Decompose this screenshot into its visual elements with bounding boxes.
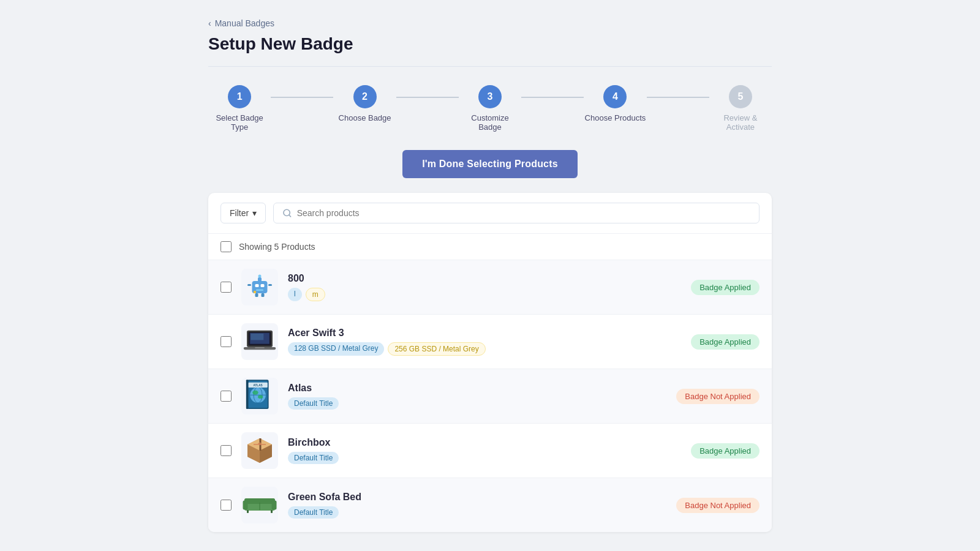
variant-tag: l (288, 288, 302, 301)
step-4-label: Choose Products (585, 113, 646, 122)
product-name-birchbox: Birchbox (288, 437, 681, 448)
svg-rect-3 (255, 284, 259, 287)
badge-status-acer: Badge Applied (691, 334, 760, 350)
product-checkbox-birchbox[interactable] (221, 445, 232, 456)
badge-status-atlas: Badge Not Applied (676, 389, 760, 404)
product-checkbox-sofa[interactable] (221, 500, 232, 511)
svg-rect-9 (268, 284, 272, 286)
svg-point-7 (258, 275, 262, 278)
product-info-atlas: Atlas Default Title (288, 383, 666, 410)
variant-tag: 128 GB SSD / Metal Grey (288, 342, 384, 356)
product-image-sofa (241, 487, 278, 523)
step-4-circle: 4 (603, 85, 627, 108)
svg-rect-8 (247, 284, 251, 286)
variant-tag: 256 GB SSD / Metal Grey (388, 342, 485, 356)
product-info-birchbox: Birchbox Default Title (288, 437, 681, 464)
select-all-checkbox[interactable] (221, 241, 232, 252)
breadcrumb-arrow: ‹ (208, 18, 211, 28)
step-3: 3 Customize Badge (459, 85, 521, 132)
product-row: ATLAS Atlas Default Title Badge Not Appl… (208, 369, 772, 424)
step-3-label: Customize Badge (459, 113, 521, 132)
step-5-label: Review & Activate (709, 113, 772, 132)
robot-icon (244, 272, 275, 302)
variant-tag: Default Title (288, 506, 339, 519)
svg-rect-12 (254, 291, 256, 293)
filter-chevron-icon: ▾ (252, 208, 257, 218)
search-wrapper (273, 203, 760, 223)
filter-bar: Filter ▾ (208, 193, 772, 234)
breadcrumb-label: Manual Badges (215, 18, 274, 28)
product-variants-800: l m (288, 288, 681, 301)
showing-row: Showing 5 Products (208, 234, 772, 260)
product-image-acer (241, 323, 278, 360)
svg-rect-11 (262, 293, 265, 297)
search-icon (282, 208, 292, 218)
badge-status-sofa: Badge Not Applied (676, 498, 760, 513)
step-1: 1 Select Badge Type (208, 85, 271, 132)
step-1-circle: 1 (228, 85, 251, 108)
product-checkbox-acer[interactable] (221, 336, 232, 347)
product-name-atlas: Atlas (288, 383, 666, 394)
product-list-card: Filter ▾ Showing 5 Products (208, 193, 772, 532)
product-name-acer: Acer Swift 3 (288, 328, 681, 339)
step-2: 2 Choose Badge (333, 85, 396, 122)
svg-line-1 (289, 215, 291, 217)
step-2-label: Choose Badge (339, 113, 391, 122)
laptop-icon (243, 329, 276, 354)
connector-4-5 (647, 97, 709, 98)
page-title: Setup New Badge (208, 34, 772, 54)
product-row: Acer Swift 3 128 GB SSD / Metal Grey 256… (208, 315, 772, 369)
variant-tag: Default Title (288, 452, 339, 464)
product-image-800 (241, 269, 278, 305)
stepper: 1 Select Badge Type 2 Choose Badge 3 Cus… (208, 85, 772, 132)
step-2-circle: 2 (353, 85, 377, 108)
product-info-800: 800 l m (288, 273, 681, 301)
product-info-acer: Acer Swift 3 128 GB SSD / Metal Grey 256… (288, 328, 681, 356)
showing-text: Showing 5 Products (239, 242, 315, 252)
filter-button[interactable]: Filter ▾ (221, 203, 266, 223)
svg-rect-17 (251, 334, 263, 340)
connector-3-4 (521, 97, 584, 98)
product-info-sofa: Green Sofa Bed Default Title (288, 492, 666, 519)
svg-rect-42 (247, 510, 249, 513)
product-variants-acer: 128 GB SSD / Metal Grey 256 GB SSD / Met… (288, 342, 681, 356)
step-5: 5 Review & Activate (709, 85, 772, 132)
product-name-sofa: Green Sofa Bed (288, 492, 666, 503)
svg-rect-19 (255, 347, 265, 348)
svg-rect-10 (255, 293, 258, 297)
svg-rect-39 (243, 501, 248, 510)
variant-tag: Default Title (288, 397, 339, 410)
product-image-atlas: ATLAS (241, 378, 278, 414)
filter-label: Filter (230, 208, 249, 218)
done-selecting-button[interactable]: I'm Done Selecting Products (402, 150, 578, 178)
svg-rect-40 (272, 501, 277, 510)
product-checkbox-atlas[interactable] (221, 391, 232, 402)
step-4: 4 Choose Products (584, 85, 646, 122)
svg-text:ATLAS: ATLAS (253, 384, 262, 387)
atlas-icon: ATLAS (245, 379, 274, 413)
breadcrumb[interactable]: ‹ Manual Badges (208, 18, 772, 28)
svg-rect-6 (258, 277, 262, 282)
product-variants-birchbox: Default Title (288, 452, 681, 464)
product-checkbox-800[interactable] (221, 282, 232, 293)
step-1-label: Select Badge Type (208, 113, 271, 132)
product-variants-sofa: Default Title (288, 506, 666, 519)
badge-status-800: Badge Applied (691, 280, 760, 295)
product-name-800: 800 (288, 273, 681, 284)
svg-point-25 (252, 391, 258, 395)
svg-rect-29 (246, 380, 249, 409)
box-icon (244, 435, 275, 466)
step-3-circle: 3 (478, 85, 502, 108)
svg-point-26 (258, 395, 263, 399)
search-input[interactable] (297, 208, 750, 218)
product-row: Green Sofa Bed Default Title Badge Not A… (208, 478, 772, 532)
product-row: 800 l m Badge Applied (208, 260, 772, 315)
connector-2-3 (396, 97, 459, 98)
sofa-icon (241, 493, 278, 517)
badge-status-birchbox: Badge Applied (691, 443, 760, 459)
product-row: Birchbox Default Title Badge Applied (208, 424, 772, 478)
page-divider (208, 66, 772, 67)
svg-rect-5 (256, 290, 263, 291)
connector-1-2 (271, 97, 333, 98)
product-variants-atlas: Default Title (288, 397, 666, 410)
